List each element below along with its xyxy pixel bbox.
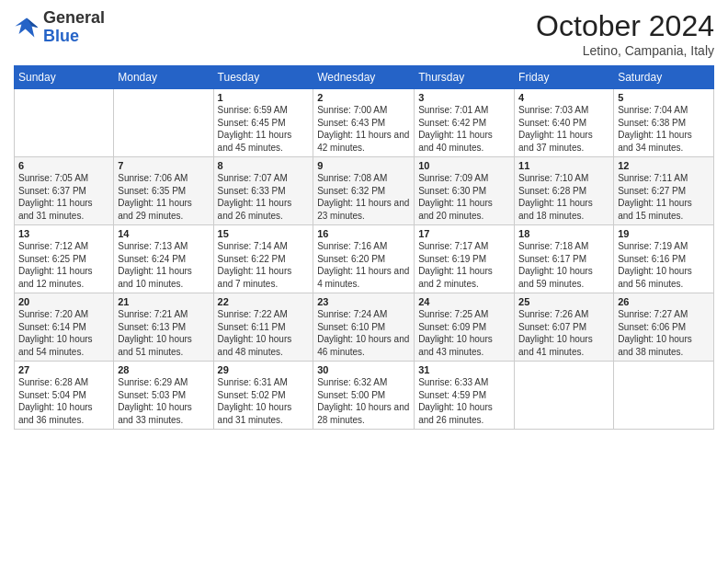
day-info: Sunrise: 7:08 AM Sunset: 6:32 PM Dayligh… (317, 172, 410, 222)
day-number: 2 (317, 92, 410, 103)
col-thursday: Thursday (415, 66, 515, 89)
table-row: 2Sunrise: 7:00 AM Sunset: 6:43 PM Daylig… (313, 89, 415, 157)
day-info: Sunrise: 6:28 AM Sunset: 5:04 PM Dayligh… (18, 376, 109, 426)
table-row: 23Sunrise: 7:24 AM Sunset: 6:10 PM Dayli… (313, 293, 415, 362)
table-row: 6Sunrise: 7:05 AM Sunset: 6:37 PM Daylig… (15, 157, 114, 225)
table-row: 15Sunrise: 7:14 AM Sunset: 6:22 PM Dayli… (213, 225, 313, 293)
logo-general: General (43, 8, 105, 27)
table-row: 17Sunrise: 7:17 AM Sunset: 6:19 PM Dayli… (415, 225, 515, 293)
day-info: Sunrise: 7:06 AM Sunset: 6:35 PM Dayligh… (118, 172, 209, 222)
calendar-week-row: 20Sunrise: 7:20 AM Sunset: 6:14 PM Dayli… (15, 293, 714, 362)
table-row: 30Sunrise: 6:32 AM Sunset: 5:00 PM Dayli… (313, 362, 415, 430)
table-row: 22Sunrise: 7:22 AM Sunset: 6:11 PM Dayli… (213, 293, 313, 362)
day-number: 29 (218, 364, 310, 375)
day-info: Sunrise: 7:21 AM Sunset: 6:13 PM Dayligh… (118, 308, 209, 358)
table-row: 29Sunrise: 6:31 AM Sunset: 5:02 PM Dayli… (213, 362, 313, 430)
table-row (515, 362, 614, 430)
table-row: 26Sunrise: 7:27 AM Sunset: 6:06 PM Dayli… (614, 293, 714, 362)
day-info: Sunrise: 6:59 AM Sunset: 6:45 PM Dayligh… (218, 104, 310, 154)
day-info: Sunrise: 7:12 AM Sunset: 6:25 PM Dayligh… (18, 240, 109, 290)
day-number: 26 (618, 296, 710, 307)
day-number: 27 (18, 364, 109, 375)
logo-bird-icon (14, 15, 40, 40)
day-number: 7 (118, 160, 209, 171)
calendar-week-row: 27Sunrise: 6:28 AM Sunset: 5:04 PM Dayli… (15, 362, 714, 430)
day-number: 28 (118, 364, 209, 375)
table-row: 4Sunrise: 7:03 AM Sunset: 6:40 PM Daylig… (515, 89, 614, 157)
logo-text: General Blue (43, 9, 105, 46)
day-number: 4 (518, 92, 609, 103)
day-info: Sunrise: 7:05 AM Sunset: 6:37 PM Dayligh… (18, 172, 109, 222)
table-row: 19Sunrise: 7:19 AM Sunset: 6:16 PM Dayli… (614, 225, 714, 293)
day-info: Sunrise: 7:22 AM Sunset: 6:11 PM Dayligh… (218, 308, 310, 358)
day-number: 24 (418, 296, 510, 307)
day-number: 9 (317, 160, 410, 171)
day-info: Sunrise: 7:26 AM Sunset: 6:07 PM Dayligh… (518, 308, 609, 358)
day-number: 17 (418, 228, 510, 239)
day-number: 18 (518, 228, 609, 239)
col-saturday: Saturday (614, 66, 714, 89)
day-number: 30 (317, 364, 410, 375)
day-number: 3 (418, 92, 510, 103)
day-info: Sunrise: 7:25 AM Sunset: 6:09 PM Dayligh… (418, 308, 510, 358)
col-tuesday: Tuesday (213, 66, 313, 89)
table-row: 24Sunrise: 7:25 AM Sunset: 6:09 PM Dayli… (415, 293, 515, 362)
table-row (614, 362, 714, 430)
table-row: 25Sunrise: 7:26 AM Sunset: 6:07 PM Dayli… (515, 293, 614, 362)
day-info: Sunrise: 7:04 AM Sunset: 6:38 PM Dayligh… (618, 104, 710, 154)
day-info: Sunrise: 7:17 AM Sunset: 6:19 PM Dayligh… (418, 240, 510, 290)
day-info: Sunrise: 7:20 AM Sunset: 6:14 PM Dayligh… (18, 308, 109, 358)
table-row: 14Sunrise: 7:13 AM Sunset: 6:24 PM Dayli… (114, 225, 213, 293)
day-number: 10 (418, 160, 510, 171)
month-title: October 2024 (536, 9, 714, 43)
day-number: 16 (317, 228, 410, 239)
col-monday: Monday (114, 66, 213, 89)
day-number: 21 (118, 296, 209, 307)
day-info: Sunrise: 7:14 AM Sunset: 6:22 PM Dayligh… (218, 240, 310, 290)
table-row (15, 89, 114, 157)
calendar-week-row: 1Sunrise: 6:59 AM Sunset: 6:45 PM Daylig… (15, 89, 714, 157)
col-sunday: Sunday (15, 66, 114, 89)
table-row: 7Sunrise: 7:06 AM Sunset: 6:35 PM Daylig… (114, 157, 213, 225)
table-row: 3Sunrise: 7:01 AM Sunset: 6:42 PM Daylig… (415, 89, 515, 157)
calendar-table: Sunday Monday Tuesday Wednesday Thursday… (14, 65, 714, 430)
day-number: 6 (18, 160, 109, 171)
col-wednesday: Wednesday (313, 66, 415, 89)
day-info: Sunrise: 7:24 AM Sunset: 6:10 PM Dayligh… (317, 308, 410, 358)
table-row: 9Sunrise: 7:08 AM Sunset: 6:32 PM Daylig… (313, 157, 415, 225)
day-info: Sunrise: 7:19 AM Sunset: 6:16 PM Dayligh… (618, 240, 710, 290)
day-info: Sunrise: 7:16 AM Sunset: 6:20 PM Dayligh… (317, 240, 410, 290)
table-row: 21Sunrise: 7:21 AM Sunset: 6:13 PM Dayli… (114, 293, 213, 362)
day-number: 19 (618, 228, 710, 239)
day-info: Sunrise: 6:33 AM Sunset: 4:59 PM Dayligh… (418, 376, 510, 426)
logo-blue: Blue (43, 27, 79, 45)
day-number: 14 (118, 228, 209, 239)
table-row: 18Sunrise: 7:18 AM Sunset: 6:17 PM Dayli… (515, 225, 614, 293)
day-info: Sunrise: 7:01 AM Sunset: 6:42 PM Dayligh… (418, 104, 510, 154)
day-info: Sunrise: 7:18 AM Sunset: 6:17 PM Dayligh… (518, 240, 609, 290)
day-info: Sunrise: 7:27 AM Sunset: 6:06 PM Dayligh… (618, 308, 710, 358)
table-row: 28Sunrise: 6:29 AM Sunset: 5:03 PM Dayli… (114, 362, 213, 430)
location: Letino, Campania, Italy (536, 43, 714, 58)
table-row: 13Sunrise: 7:12 AM Sunset: 6:25 PM Dayli… (15, 225, 114, 293)
table-row: 20Sunrise: 7:20 AM Sunset: 6:14 PM Dayli… (15, 293, 114, 362)
day-number: 31 (418, 364, 510, 375)
day-number: 12 (618, 160, 710, 171)
day-number: 15 (218, 228, 310, 239)
calendar-week-row: 6Sunrise: 7:05 AM Sunset: 6:37 PM Daylig… (15, 157, 714, 225)
table-row: 27Sunrise: 6:28 AM Sunset: 5:04 PM Dayli… (15, 362, 114, 430)
table-row: 16Sunrise: 7:16 AM Sunset: 6:20 PM Dayli… (313, 225, 415, 293)
day-number: 20 (18, 296, 109, 307)
day-number: 8 (218, 160, 310, 171)
calendar-header-row: Sunday Monday Tuesday Wednesday Thursday… (15, 66, 714, 89)
table-row: 12Sunrise: 7:11 AM Sunset: 6:27 PM Dayli… (614, 157, 714, 225)
title-block: October 2024 Letino, Campania, Italy (536, 9, 714, 58)
table-row: 10Sunrise: 7:09 AM Sunset: 6:30 PM Dayli… (415, 157, 515, 225)
logo: General Blue (14, 9, 105, 46)
day-number: 23 (317, 296, 410, 307)
day-info: Sunrise: 7:09 AM Sunset: 6:30 PM Dayligh… (418, 172, 510, 222)
table-row: 8Sunrise: 7:07 AM Sunset: 6:33 PM Daylig… (213, 157, 313, 225)
calendar-week-row: 13Sunrise: 7:12 AM Sunset: 6:25 PM Dayli… (15, 225, 714, 293)
day-info: Sunrise: 7:00 AM Sunset: 6:43 PM Dayligh… (317, 104, 410, 154)
day-number: 25 (518, 296, 609, 307)
